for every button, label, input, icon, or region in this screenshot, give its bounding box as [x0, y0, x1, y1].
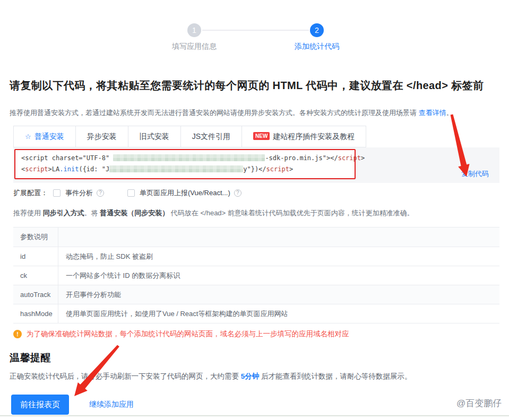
param-name: autoTrack: [13, 285, 58, 304]
note-text: 。将: [84, 209, 100, 217]
param-name: ck: [13, 266, 58, 285]
code-text: script: [25, 165, 48, 173]
code-panel: <script charset="UTF-8" -sdk-pro.min.js"…: [13, 147, 499, 183]
code-text: -sdk-pro.min.js">: [265, 154, 330, 162]
reminder-body: 正确安装统计代码后，请务必手动刷新一下安装了代码的网页，大约需要: [10, 372, 241, 380]
reminder-text: 正确安装统计代码后，请务必手动刷新一下安装了代码的网页，大约需要 5分钟 后才能…: [10, 372, 412, 381]
tracking-code-block: <script charset="UTF-8" -sdk-pro.min.js"…: [14, 149, 356, 179]
install-code-page: 1 2 填写应用信息 添加统计代码 请复制以下代码，将其粘贴至您需要统计的每个网…: [0, 0, 509, 420]
code-text: >: [289, 165, 293, 173]
tab-label: 建站程序插件安装及教程: [273, 132, 355, 141]
annotation-arrow-report-button: [74, 345, 119, 396]
param-name: id: [13, 247, 58, 266]
code-text: >: [48, 165, 52, 173]
code-text: .init: [59, 165, 79, 173]
table-row: id 动态掩码，防止 SDK 被盗刷: [13, 247, 499, 266]
add-another-app-link[interactable]: 继续添加应用: [89, 400, 134, 409]
step-1-label: 填写应用信息: [157, 42, 231, 51]
note-text: 代码放在 </head> 前意味着统计代码加载优先于页面内容，统计更加精准准确。: [169, 209, 414, 217]
sync-install-note: 推荐使用 同步引入方式。将 普通安装（同步安装） 代码放在 </head> 前意…: [13, 208, 414, 218]
redacted-mosaic: [113, 154, 265, 161]
reminder-title: 温馨提醒: [10, 351, 51, 365]
param-desc: 动态掩码，防止 SDK 被盗刷: [58, 247, 153, 266]
domain-warning: ! 为了确保准确统计网站数据，每个添加统计代码的网站页面，域名必须与上一步填写的…: [13, 329, 349, 339]
param-desc: 一个网站多个统计 ID 的数据分离标识: [58, 266, 180, 285]
tab-label: JS文件引用: [192, 132, 230, 141]
event-analysis-checkbox[interactable]: [53, 189, 61, 197]
table-row: ck 一个网站多个统计 ID 的数据分离标识: [13, 266, 499, 285]
extension-config-label: 扩展配置：: [13, 188, 48, 198]
reminder-highlight: 5分钟: [241, 372, 260, 380]
view-details-link[interactable]: 查看详情: [419, 109, 446, 117]
code-text: script: [338, 154, 361, 162]
star-icon: ☆: [25, 133, 31, 141]
code-line-2: <script>LA.init({id: "Jy"})</script>: [21, 164, 355, 175]
code-text: </: [330, 154, 338, 162]
code-text: ({id: "J: [79, 165, 109, 173]
tab-normal-install[interactable]: ☆普通安装: [13, 126, 76, 147]
note-bold: 同步引入方式: [43, 209, 84, 217]
table-row: autoTrack 开启事件分析功能: [13, 285, 499, 304]
param-name: hashMode: [13, 304, 58, 323]
code-line-1: <script charset="UTF-8" -sdk-pro.min.js"…: [21, 153, 355, 164]
help-icon[interactable]: ?: [97, 189, 104, 197]
intro-body: 推荐使用普通安装方式，若通过建站系统开发而无法进行普通安装的网站请使用异步安装方…: [10, 109, 419, 117]
spa-report-option: 单页面应用上报(Vue/React...) ?: [127, 188, 241, 198]
table-row: hashMode 使用单页面应用统计，如使用了Vue / React等框架构建的…: [13, 304, 499, 323]
step-1-circle: 1: [187, 23, 201, 37]
redacted-mosaic: [109, 165, 243, 172]
event-analysis-option: 事件分析 ?: [53, 188, 104, 198]
go-to-report-button[interactable]: 前往报表页: [11, 395, 69, 415]
code-text: >: [361, 154, 365, 162]
new-badge: NEW: [253, 132, 270, 140]
tab-label: 普通安装: [34, 132, 64, 141]
warning-text: 为了确保准确统计网站数据，每个添加统计代码的网站页面，域名必须与上一步填写的应用…: [27, 329, 349, 339]
reminder-body: 后才能查看到统计数据，请耐心等待数据展示。: [259, 372, 411, 380]
tab-label: 异步安装: [87, 132, 117, 141]
tab-async-install[interactable]: 异步安装: [75, 126, 128, 147]
intro-text: 推荐使用普通安装方式，若通过建站系统开发而无法进行普通安装的网站请使用异步安装方…: [10, 108, 453, 118]
tab-plugin-install[interactable]: NEW建站程序插件安装及教程: [241, 126, 366, 147]
note-text: 推荐使用: [13, 209, 43, 217]
param-desc: 开启事件分析功能: [58, 285, 121, 304]
extension-config-row: 扩展配置： 事件分析 ? 单页面应用上报(Vue/React...) ?: [13, 188, 241, 198]
note-bold: 普通安装（同步安装）: [100, 209, 169, 217]
event-analysis-label: 事件分析: [65, 188, 93, 198]
code-text: LA: [52, 165, 59, 173]
table-header-row: 参数说明: [13, 228, 499, 247]
code-text: script: [266, 165, 289, 173]
table-header-cell-empty: [58, 228, 66, 247]
tab-js-file-install[interactable]: JS文件引用: [180, 126, 242, 147]
stepper-connector: [202, 30, 309, 31]
copy-code-link[interactable]: 复制代码: [461, 169, 489, 179]
help-icon[interactable]: ?: [234, 189, 241, 197]
tab-legacy-install[interactable]: 旧式安装: [128, 126, 181, 147]
params-table: 参数说明 id 动态掩码，防止 SDK 被盗刷 ck 一个网站多个统计 ID 的…: [13, 227, 499, 323]
tab-label: 旧式安装: [140, 132, 169, 141]
page-title: 请复制以下代码，将其粘贴至您需要统计的每个网页的 HTML 代码中，建议放置在 …: [10, 78, 484, 93]
param-desc: 使用单页面应用统计，如使用了Vue / React等框架构建的单页面应用网站: [58, 304, 288, 323]
watermark-text: @百变鹏仔: [456, 397, 502, 409]
bottom-edge-strip: [0, 415, 509, 416]
warning-icon: !: [13, 330, 22, 338]
step-2-label: 添加统计代码: [280, 42, 354, 51]
code-text: y"}): [243, 165, 258, 173]
table-header-cell: 参数说明: [13, 228, 58, 247]
install-method-tabs: ☆普通安装 异步安装 旧式安装 JS文件引用 NEW建站程序插件安装及教程: [13, 126, 366, 147]
intro-period: 。: [446, 109, 453, 117]
code-text: <script charset="UTF-8": [21, 154, 113, 162]
spa-report-checkbox[interactable]: [127, 189, 135, 197]
step-2-circle: 2: [310, 23, 324, 37]
spa-report-label: 单页面应用上报(Vue/React...): [140, 188, 230, 198]
code-text: </: [258, 165, 266, 173]
